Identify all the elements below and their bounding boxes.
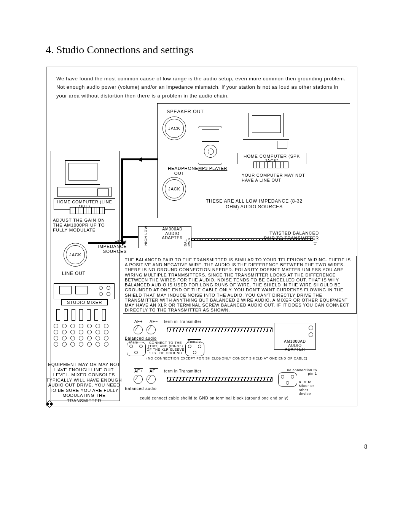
speaker-out-label: SPEAKER OUT xyxy=(167,109,204,114)
keyboard-icon xyxy=(253,161,288,168)
balanced-pair-text: THE BALANCED PAIR TO THE TRANSMITTER IS … xyxy=(123,256,357,314)
lineout-jack-icon: JACK xyxy=(66,245,85,264)
female-label: Female xyxy=(188,340,201,343)
screw-terminal-icon: ⁄ xyxy=(147,375,156,384)
connect-note: CONNECT TO THE (TIP2) AND (RING3) OF THE… xyxy=(147,341,185,355)
arrowhead-icon xyxy=(122,241,126,245)
page-number: 8 xyxy=(364,443,367,450)
af-plus-label: AF+ xyxy=(134,319,143,324)
adapter2-label: AM1000AD AUDIO ADAPTER xyxy=(280,340,310,352)
term-label: term in Transmitter xyxy=(164,320,202,324)
ground-icon xyxy=(312,241,318,245)
no-connection-label: no connection to pin 1 xyxy=(283,369,317,376)
keyboard-icon xyxy=(70,207,105,214)
af-minus-label: AF− xyxy=(150,369,158,373)
balanced-audio-label: Balanced audio xyxy=(125,336,157,340)
xlr-female-icon xyxy=(185,342,204,356)
af-minus-label: AF− xyxy=(150,319,158,324)
arrow-icon xyxy=(88,242,123,244)
left-computer-base xyxy=(57,187,112,197)
footnote: could connect cable sheild to GND on ter… xyxy=(138,396,290,400)
gain-note: ADJUST THE GAIN ON THE AM1000PR UP TO FU… xyxy=(53,218,114,233)
adapter-label: AM000AD AUDIO ADAPTER xyxy=(157,227,188,240)
screw-terminal-icon: ⁄ xyxy=(147,325,156,334)
mixer-note: EQUIPMENT MAY OR MAY NOT HAVE ENOUGH LIN… xyxy=(46,362,122,404)
xlr-to-label: XLR to Mixer or other device xyxy=(299,380,322,396)
line-out-label: LINE OUT xyxy=(62,271,86,276)
connections-figure: We have found the most common cause of l… xyxy=(46,67,357,406)
screw-terminal-icon: ⁄ xyxy=(134,325,143,334)
intro-text: We have found the most common cause of l… xyxy=(56,75,347,100)
af-plus-label: AF+ xyxy=(134,369,143,373)
document-page: 4. Studio Connections and settings 8 We … xyxy=(0,0,411,532)
studio-mixer-icon xyxy=(54,283,115,299)
mp3-label: MP3 PLAYER xyxy=(198,166,227,171)
balanced-audio-label: Balanced audio xyxy=(125,386,157,391)
speaker-jack-icon: JACK xyxy=(165,119,184,138)
arrow-icon xyxy=(121,158,123,244)
right-computer-note: YOUR COMPUTER MAY NOT HAVE A LINE OUT xyxy=(242,173,306,182)
headphone-jack-icon: JACK xyxy=(165,179,184,198)
shield-note: (NO CONNECTION EXCEPT FOR SHIELD)(ONLY C… xyxy=(147,356,307,360)
right-computer-icon xyxy=(249,113,289,149)
shielded-cable-icon xyxy=(167,377,272,382)
headphone-out-label: HEADPHONE OUT xyxy=(168,166,191,176)
sources-note: THESE ARE ALL LOW IMPEDANCE (8-32 OHM) A… xyxy=(199,198,309,210)
male-label: Male xyxy=(129,340,138,344)
screw-terminal-icon: ⁄ xyxy=(134,375,143,384)
mixer-label: STUDIO MIXER xyxy=(61,299,108,305)
mixer-knobs xyxy=(54,324,108,348)
section-heading: 4. Studio Connections and settings xyxy=(46,44,193,56)
left-computer-icon xyxy=(65,160,100,185)
arrow-icon xyxy=(121,236,138,238)
term-label: term in Transmitter xyxy=(164,369,202,373)
mp3-player-icon xyxy=(198,126,222,165)
shielded-cable-icon xyxy=(167,328,272,332)
arrowhead-icon xyxy=(137,157,142,162)
twisted-pair-label: TWISTED BALANCED PAIR TO TRANSMITTER xyxy=(258,231,319,241)
mixer-faders xyxy=(56,309,106,321)
